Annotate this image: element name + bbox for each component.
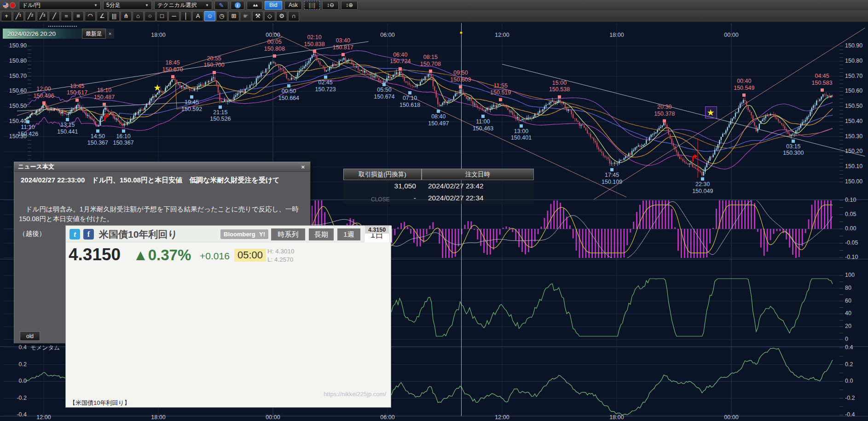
indicator4-axis-label-left: -0.2 [9, 395, 27, 401]
zoom-in-button[interactable]: ↕⊕ [341, 1, 358, 10]
news-title-label: ニュース本文 [18, 163, 54, 171]
candle-display-button[interactable]: ║|║ [304, 1, 320, 10]
tool-icon-stamp-button[interactable]: ☺ [204, 11, 215, 21]
datebox-drag-handle[interactable] [48, 26, 77, 27]
tool-trendline-3-button[interactable]: ╱³ [37, 11, 48, 21]
price-axis-left-label: 150.60 [5, 88, 27, 94]
tool-ruler-button[interactable]: ╱ [49, 11, 60, 21]
ask-button[interactable]: Ask [284, 1, 302, 10]
news-titlebar[interactable]: ニュース本文 × [14, 162, 310, 172]
copy-icon: ⊞ [231, 13, 237, 19]
trade-pnl-table: 取引損益(円換算) 注文日時 31,0502024/02/27 23:42-20… [343, 169, 534, 204]
yield-watermark-url[interactable]: https://nikkei225jp.com/ [324, 391, 386, 398]
price-axis-left-label: 150.40 [5, 118, 27, 124]
swing-high-annotation: 02:10150.838 [304, 34, 324, 48]
tool-parallel-lines-3-button[interactable]: ≡ [73, 11, 84, 21]
tool-eraser-button[interactable]: ◇ [264, 11, 275, 21]
tab-long-term[interactable]: 長期 [309, 228, 334, 240]
tool-hand-button[interactable]: ☛ [240, 11, 251, 21]
tool-arc-button[interactable]: ◠ [85, 11, 96, 21]
facebook-icon[interactable]: f [83, 229, 94, 240]
table-row[interactable]: -2024/02/27 22:34 [343, 192, 534, 204]
swing-low-annotation: 13:00150.401 [511, 128, 532, 142]
tool-magnet-button[interactable]: ∩ [288, 11, 299, 21]
time-axis-bottom-label: 18:00 [151, 414, 165, 421]
currency-pair-label: ドル/円 [22, 1, 41, 9]
tool-fan-lines-button[interactable]: ∠ [97, 11, 108, 21]
order-date-column-header[interactable]: 注文日時 [422, 169, 534, 180]
fan-lines-icon: ∠ [99, 13, 105, 19]
chart-area[interactable]: 18:0000:0006:0012:0018:0000:0012:0018:00… [0, 22, 868, 421]
time-axis-bottom-label: 00:00 [266, 414, 280, 421]
yahoo-button[interactable]: Y! [256, 229, 268, 239]
price-axis-left-label: 150.90 [5, 42, 27, 49]
tool-trendline-2-button[interactable]: ╱² [25, 11, 36, 21]
time-axis-bottom-label: 12:00 [495, 414, 509, 421]
table-row[interactable]: 31,0502024/02/27 23:42 [343, 180, 534, 192]
latest-bar-button[interactable]: 最新足 [82, 29, 106, 39]
tool-copy-button[interactable]: ⊞ [228, 11, 239, 21]
tool-vertical-hatch-button[interactable]: ||| [109, 11, 120, 21]
star-stamp-icon[interactable]: ★ [153, 83, 161, 92]
swing-low-annotation: 22:30150.049 [692, 181, 713, 195]
tool-vertical-line-button[interactable]: │ [180, 11, 191, 21]
technical-select[interactable]: テクニカル選択 ▼ [154, 1, 212, 10]
news-old-button[interactable]: old [20, 331, 40, 341]
red-arrow-stamp-icon[interactable] [103, 113, 110, 123]
swing-high-annotation: 15:00150.538 [549, 80, 570, 94]
indicator3-axis-label: 0 [845, 336, 848, 342]
currency-pair-select[interactable]: ドル/円 ▼ [19, 1, 101, 10]
area-chart-button[interactable]: ▲▲ [247, 1, 262, 10]
tab-1-week[interactable]: 1週 [337, 228, 360, 240]
tool-text-button[interactable]: A [192, 11, 203, 21]
ellipse-icon: ○ [148, 13, 152, 19]
chevron-down-icon: ▼ [205, 3, 209, 7]
vertical-hatch-icon: ||| [112, 13, 116, 19]
swing-high-annotation: 09:50150.603 [450, 70, 471, 83]
zoom-out-button[interactable]: ↕⊖ [322, 1, 339, 10]
swing-high-annotation: 11:55150.519 [490, 82, 511, 96]
yield-current-price-label: 4.3150 [365, 226, 389, 234]
swing-high-marker [429, 70, 432, 73]
tool-horizontal-line-button[interactable]: ─ [168, 11, 179, 21]
tool-parallel-lines-2-button[interactable]: = [61, 11, 72, 21]
news-close-icon[interactable]: × [299, 164, 307, 170]
twitter-icon[interactable]: t [69, 229, 80, 240]
draw-pencil-button[interactable]: ✎ [214, 1, 228, 10]
tool-crosshair-button[interactable]: + [1, 11, 12, 21]
tool-settings-wrench-button[interactable]: ⚒ [252, 11, 263, 21]
tool-pitchfork-button[interactable]: ⋔ [121, 11, 132, 21]
swing-high-annotation: 12:00150.496 [33, 86, 54, 99]
vertical-line-handle[interactable] [460, 31, 463, 34]
star-stamp-icon[interactable]: ★ [706, 108, 714, 117]
tool-rectangle-button[interactable]: □ [156, 11, 168, 21]
indicator3-axis-label: 100 [845, 272, 855, 278]
price-axis-right-label: 150.60 [845, 88, 862, 94]
price-axis-right-label: 150.10 [845, 163, 862, 170]
swing-high-marker [103, 103, 106, 106]
time-axis-top-label: 00:00 [266, 32, 280, 38]
swing-high-annotation: 20:30150.378 [654, 104, 675, 117]
indicator3-axis-label: 40 [845, 310, 851, 316]
swing-low-marker [701, 177, 704, 181]
swing-high-annotation: 00:40150.549 [734, 78, 754, 92]
red-arrow-stamp-icon[interactable] [691, 153, 699, 164]
tool-tool-settings-button[interactable]: ⚙ [276, 11, 287, 21]
hand-icon: ☛ [243, 13, 249, 19]
zoom-in-icon: ↕⊕ [346, 2, 353, 8]
pnl-column-header[interactable]: 取引損益(円換算) [343, 169, 422, 180]
tool-pentagon-button[interactable]: ⌂ [133, 11, 144, 21]
bloomberg-button[interactable]: Bloomberg [220, 229, 259, 239]
info-button[interactable]: i [231, 1, 244, 10]
tool-ellipse-button[interactable]: ○ [145, 11, 156, 21]
swing-low-marker [481, 115, 485, 118]
timeframe-select[interactable]: 5分足 ▼ [103, 1, 152, 10]
price-axis-right-label: 150.40 [845, 118, 862, 124]
datebox-close-icon[interactable]: × [106, 29, 114, 39]
bid-button[interactable]: Bid [265, 1, 282, 10]
eraser-icon: ◇ [267, 13, 272, 19]
tool-trendline-1-button[interactable]: ╱¹ [13, 11, 24, 21]
tab-time-series[interactable]: 時系列 [271, 228, 305, 240]
tool-time-marker-button[interactable]: ◷ [216, 11, 227, 21]
swing-low-annotation: 00:50150.664 [278, 88, 299, 102]
